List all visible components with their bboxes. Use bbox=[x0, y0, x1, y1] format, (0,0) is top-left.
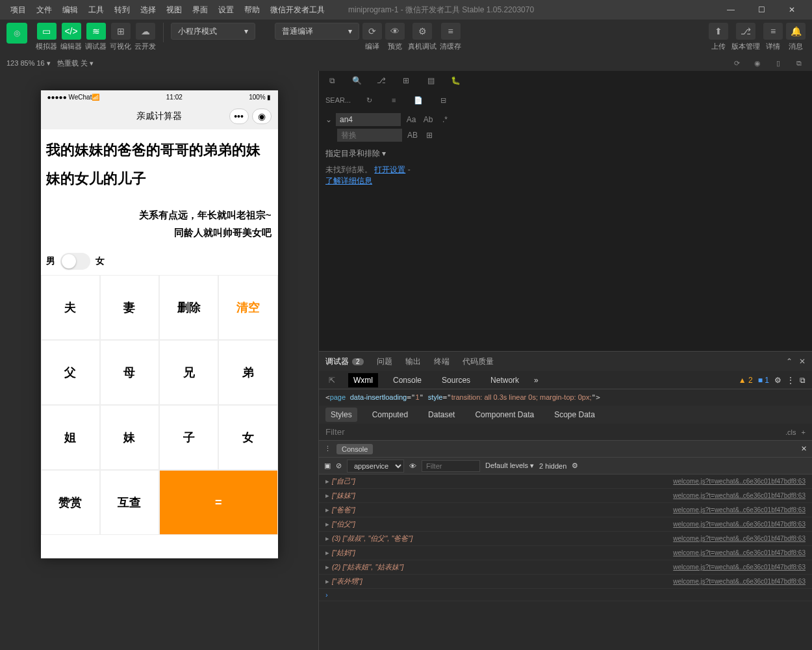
menu-item[interactable]: 文件 bbox=[31, 5, 57, 16]
cls-toggle[interactable]: .cls bbox=[785, 428, 796, 436]
more-icon[interactable]: ⋮ bbox=[324, 445, 331, 453]
menu-item[interactable]: 设置 bbox=[213, 5, 239, 16]
upload-button[interactable]: ⬆ bbox=[709, 23, 728, 40]
key-reverse[interactable]: 互查 bbox=[100, 470, 159, 535]
menu-item[interactable]: 视图 bbox=[161, 5, 187, 16]
tab-terminal[interactable]: 终端 bbox=[434, 356, 450, 367]
menu-dots-icon[interactable]: ••• bbox=[229, 109, 249, 124]
replace-input[interactable] bbox=[337, 129, 402, 142]
mode-dropdown[interactable]: 小程序模式▾ bbox=[171, 23, 255, 40]
hot-reload[interactable]: 热重载 关 ▾ bbox=[57, 58, 94, 68]
key-daughter[interactable]: 女 bbox=[218, 405, 277, 470]
refresh-icon[interactable]: ↻ bbox=[362, 94, 375, 107]
key-father[interactable]: 父 bbox=[41, 340, 100, 405]
tab-problems[interactable]: 问题 bbox=[377, 356, 392, 367]
key-reward[interactable]: 赞赏 bbox=[41, 470, 100, 535]
details-button[interactable]: ≡ bbox=[763, 23, 783, 40]
clear-cache-button[interactable]: ≡ bbox=[441, 23, 461, 40]
tab-network[interactable]: Network bbox=[485, 373, 524, 387]
popout-icon[interactable]: ⧉ bbox=[800, 376, 806, 385]
branch-icon[interactable]: ⎇ bbox=[375, 74, 388, 87]
close-icon[interactable]: ✕ bbox=[783, 5, 800, 14]
gear-icon[interactable]: ⚙ bbox=[774, 376, 781, 385]
tab-computed[interactable]: Computed bbox=[367, 408, 413, 422]
more-tabs-icon[interactable]: » bbox=[534, 376, 539, 385]
tab-dataset[interactable]: Dataset bbox=[423, 408, 460, 422]
tab-sources[interactable]: Sources bbox=[437, 373, 476, 387]
tab-component-data[interactable]: Component Data bbox=[470, 408, 539, 422]
console-filter-input[interactable] bbox=[422, 460, 480, 472]
key-fu[interactable]: 夫 bbox=[41, 275, 100, 340]
replace-all-icon[interactable]: ⊞ bbox=[423, 129, 436, 142]
clear-icon[interactable]: ⊘ bbox=[336, 462, 342, 470]
console-log[interactable]: ▸["自己"]welcome.js?t=wechat&..c6e36c01bf4… bbox=[319, 474, 812, 650]
editor-button[interactable]: </> bbox=[62, 23, 81, 40]
refresh-icon[interactable]: ⟳ bbox=[730, 57, 743, 70]
chevron-up-icon[interactable]: ⌃ bbox=[786, 357, 793, 366]
tab-console[interactable]: Console bbox=[388, 373, 427, 387]
record-icon[interactable]: ◉ bbox=[751, 57, 764, 70]
tab-styles[interactable]: Styles bbox=[325, 408, 357, 422]
key-older-sister[interactable]: 姐 bbox=[41, 405, 100, 470]
simulator-button[interactable]: ▭ bbox=[37, 23, 57, 40]
chevron-down-icon[interactable]: ⌄ bbox=[325, 115, 332, 124]
gender-switch[interactable] bbox=[60, 253, 90, 270]
minimize-icon[interactable]: — bbox=[722, 5, 740, 14]
target-icon[interactable]: ◉ bbox=[252, 109, 272, 124]
compile-dropdown[interactable]: 普通编译▾ bbox=[275, 23, 359, 40]
preserve-case-icon[interactable]: AB bbox=[406, 129, 419, 142]
key-younger-brother[interactable]: 弟 bbox=[218, 340, 277, 405]
warnings-badge[interactable]: ▲ 2 bbox=[739, 376, 753, 385]
levels-dropdown[interactable]: Default levels ▾ bbox=[485, 462, 534, 470]
remote-debug-button[interactable]: ⚙ bbox=[412, 23, 432, 40]
compile-button[interactable]: ⟳ bbox=[362, 23, 382, 40]
stop-icon[interactable]: ▣ bbox=[324, 462, 331, 470]
context-select[interactable]: appservice bbox=[347, 460, 404, 473]
ext-icon[interactable]: ⊞ bbox=[400, 74, 412, 87]
learn-more-link[interactable]: 了解详细信息 bbox=[325, 176, 372, 185]
files-icon[interactable]: ⧉ bbox=[325, 74, 338, 87]
key-son[interactable]: 子 bbox=[159, 405, 218, 470]
key-qi[interactable]: 妻 bbox=[100, 275, 159, 340]
info-badge[interactable]: ■ 1 bbox=[758, 376, 769, 385]
inspect-icon[interactable]: ⇱ bbox=[325, 374, 338, 387]
tab-quality[interactable]: 代码质量 bbox=[463, 356, 494, 367]
key-clear[interactable]: 清空 bbox=[218, 275, 277, 340]
search-input[interactable] bbox=[336, 113, 401, 126]
messages-button[interactable]: 🔔 bbox=[786, 23, 806, 40]
tab-debugger[interactable]: 调试器2 bbox=[325, 356, 364, 367]
menu-item[interactable]: 转到 bbox=[109, 5, 135, 16]
regex-icon[interactable]: .* bbox=[438, 113, 451, 126]
newfile-icon[interactable]: 📄 bbox=[412, 94, 425, 107]
exclude-label[interactable]: 指定目录和排除 ▾ bbox=[325, 148, 806, 159]
list-icon[interactable]: ≡ bbox=[387, 94, 400, 107]
close-icon[interactable]: ✕ bbox=[801, 445, 807, 453]
maximize-icon[interactable]: ☐ bbox=[753, 5, 770, 14]
key-younger-sister[interactable]: 妹 bbox=[100, 405, 159, 470]
menu-item[interactable]: 帮助 bbox=[239, 5, 265, 16]
console-tab[interactable]: Console bbox=[336, 444, 373, 454]
close-icon[interactable]: ✕ bbox=[799, 357, 806, 366]
debugger-button[interactable]: ≋ bbox=[86, 23, 106, 40]
menu-item[interactable]: 微信开发者工具 bbox=[265, 5, 330, 16]
collapse-icon[interactable]: ⊟ bbox=[437, 94, 450, 107]
copy-icon[interactable]: ⧉ bbox=[793, 57, 806, 70]
add-icon[interactable]: + bbox=[802, 428, 806, 436]
sim-info[interactable]: 123 85% 16 ▾ bbox=[6, 59, 51, 68]
tab-output[interactable]: 输出 bbox=[405, 356, 421, 367]
menu-item[interactable]: 项目 bbox=[5, 5, 31, 16]
cloud-button[interactable]: ☁ bbox=[136, 23, 155, 40]
key-older-brother[interactable]: 兄 bbox=[159, 340, 218, 405]
db-icon[interactable]: ▤ bbox=[424, 74, 437, 87]
word-icon[interactable]: Ab bbox=[422, 113, 435, 126]
wxml-view[interactable]: <page data-insertloading="1" style="tran… bbox=[319, 389, 812, 406]
menu-item[interactable]: 工具 bbox=[83, 5, 109, 16]
more-icon[interactable]: ⋮ bbox=[787, 376, 794, 385]
open-settings-link[interactable]: 打开设置 bbox=[374, 165, 405, 174]
key-mother[interactable]: 母 bbox=[100, 340, 159, 405]
menu-item[interactable]: 界面 bbox=[187, 5, 213, 16]
preview-button[interactable]: 👁 bbox=[385, 23, 405, 40]
key-delete[interactable]: 删除 bbox=[159, 275, 218, 340]
styles-filter-input[interactable] bbox=[325, 427, 785, 437]
search-icon[interactable]: 🔍 bbox=[350, 74, 363, 87]
